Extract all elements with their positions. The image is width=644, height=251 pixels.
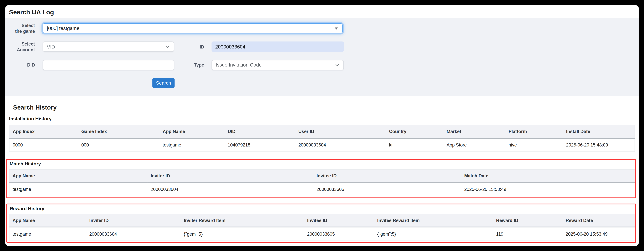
caret-down-icon [335, 27, 338, 29]
match-history-table: App Name Inviter ID Invitee ID Match Dat… [9, 169, 635, 196]
cell-reward-date: 2025-06-20 15:53:49 [562, 227, 635, 241]
col-inviter-reward-item: Inviter Reward Item [180, 214, 304, 227]
col-app-name: App Name [159, 125, 224, 138]
cell-app-name: testgame [9, 227, 86, 241]
reward-table-row: testgame 20000033604 {"gem":5} 200000336… [9, 227, 635, 241]
card-header: Search UA Log [5, 5, 639, 17]
account-select-label: Select Account [5, 41, 35, 52]
account-select-value: VID [47, 44, 55, 49]
account-select-label-line1: Select [5, 41, 35, 46]
cell-inviter-id: 20000033604 [86, 227, 180, 241]
col-install-date: Install Date [563, 125, 635, 138]
col-invitee-reward-item: Invitee Reward Item [374, 214, 493, 227]
cell-market: App Store [443, 138, 505, 152]
search-history-section: Search History Installation History App … [5, 95, 639, 243]
reward-header-row: App Name Inviter ID Inviter Reward Item … [9, 214, 635, 227]
col-platform: Platform [505, 125, 563, 138]
form-row-game: Select the game [000] testgame [5, 23, 639, 33]
did-input[interactable] [43, 60, 174, 70]
cell-game-index: 000 [78, 138, 160, 152]
account-select-label-line2: Account [5, 46, 35, 52]
game-select[interactable]: [000] testgame [43, 23, 342, 33]
search-ua-log-card: Search UA Log Select the game [000] test… [5, 5, 639, 246]
cell-inviter-id: 20000033604 [147, 182, 313, 196]
col-app-name: App Name [9, 214, 86, 227]
form-row-account-id: Select Account VID ID [5, 41, 639, 52]
cell-platform: hive [505, 138, 563, 152]
chevron-down-icon [335, 63, 339, 66]
match-history-highlight-box: Match History App Name Inviter ID Invite… [6, 159, 636, 198]
cell-did: 104079218 [224, 138, 295, 152]
installation-header-row: App Index Game Index App Name DID User I… [9, 125, 635, 138]
col-user-id: User ID [295, 125, 386, 138]
col-inviter-id: Inviter ID [86, 214, 180, 227]
page-background: Search UA Log Select the game [000] test… [0, 0, 644, 251]
reward-history-title: Reward History [10, 206, 635, 211]
search-history-title: Search History [13, 104, 635, 110]
page-title: Search UA Log [9, 8, 54, 16]
cell-install-date: 2025-06-20 15:48:09 [563, 138, 635, 152]
game-select-label-line2: the game [5, 28, 35, 34]
match-history-title: Match History [10, 161, 635, 166]
type-select[interactable]: Issue Invitation Code [212, 60, 344, 70]
type-label: Type [174, 62, 204, 67]
game-select-value: [000] testgame [47, 25, 80, 31]
col-did: DID [224, 125, 295, 138]
installation-history-title: Installation History [9, 116, 635, 121]
col-app-name: App Name [9, 169, 147, 182]
col-invitee-id: Invitee ID [313, 169, 461, 182]
cell-app-index: 0000 [9, 138, 78, 152]
cell-invitee-reward-item: {"gem":5} [374, 227, 493, 241]
col-inviter-id: Inviter ID [147, 169, 313, 182]
cell-invitee-id: 20000033605 [313, 182, 461, 196]
did-label: DID [5, 62, 35, 68]
cell-app-name: testgame [159, 138, 224, 152]
match-table-row: testgame 20000033604 20000033605 2025-06… [9, 182, 635, 196]
chevron-down-icon [166, 45, 170, 48]
cell-app-name: testgame [9, 182, 147, 196]
game-select-label-line1: Select [5, 23, 35, 28]
col-reward-date: Reward Date [562, 214, 635, 227]
type-select-value: Issue Invitation Code [216, 62, 262, 68]
installation-history-table: App Index Game Index App Name DID User I… [9, 125, 635, 152]
search-button[interactable]: Search [152, 78, 174, 88]
col-app-index: App Index [9, 125, 78, 138]
reward-history-highlight-box: Reward History App Name Inviter ID Invit… [6, 204, 636, 242]
search-form: Select the game [000] testgame Select Ac… [5, 17, 639, 95]
cell-match-date: 2025-06-20 15:53:49 [461, 182, 635, 196]
col-game-index: Game Index [78, 125, 160, 138]
game-select-label: Select the game [5, 23, 35, 34]
match-header-row: App Name Inviter ID Invitee ID Match Dat… [9, 169, 635, 182]
col-invitee-id: Invitee ID [304, 214, 374, 227]
col-reward-id: Reward ID [493, 214, 562, 227]
id-input[interactable] [212, 41, 344, 52]
form-row-did-type: DID Type Issue Invitation Code [5, 60, 639, 70]
cell-reward-id: 119 [493, 227, 562, 241]
cell-inviter-reward-item: {"gem":5} [180, 227, 304, 241]
cell-user-id: 20000033604 [295, 138, 386, 152]
reward-history-table: App Name Inviter ID Inviter Reward Item … [9, 214, 635, 241]
id-label: ID [174, 44, 204, 49]
col-market: Market [443, 125, 505, 138]
col-match-date: Match Date [461, 169, 635, 182]
cell-country: kr [386, 138, 443, 152]
cell-invitee-id: 20000033605 [304, 227, 374, 241]
col-country: Country [386, 125, 443, 138]
account-select[interactable]: VID [43, 41, 174, 52]
installation-table-row: 0000 000 testgame 104079218 20000033604 … [9, 138, 635, 152]
